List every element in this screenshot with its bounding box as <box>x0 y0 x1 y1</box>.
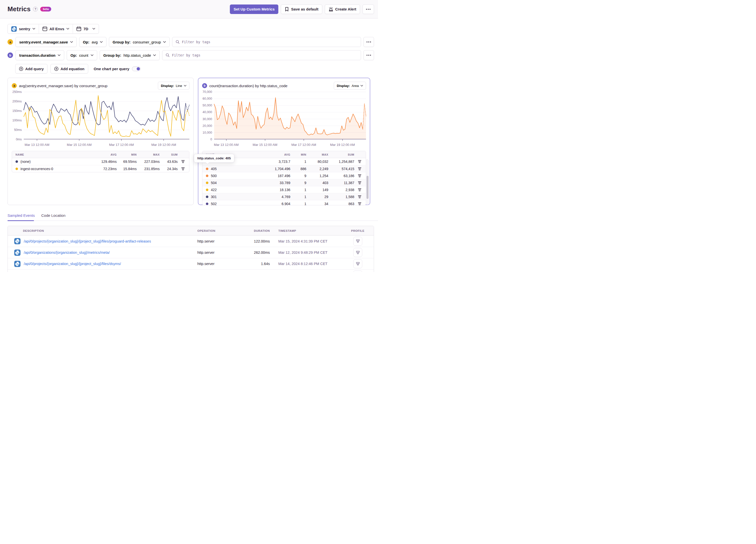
op-label-a: Op: <box>83 40 89 44</box>
chart-panel-a[interactable]: a avg(sentry.event_manager.save) by cons… <box>7 78 194 205</box>
tag-filter-a[interactable] <box>172 37 361 47</box>
profiling-icon <box>356 251 360 255</box>
chevron-down-icon <box>70 41 73 43</box>
series-row[interactable]: 5026.904134863 <box>202 200 366 205</box>
chevron-down-icon <box>184 85 186 87</box>
y-tick-label: 200ms <box>12 100 22 103</box>
series-menu-button[interactable] <box>354 188 365 192</box>
add-query-button[interactable]: Add query <box>15 64 47 73</box>
profile-button[interactable] <box>353 271 362 272</box>
series-menu-button[interactable] <box>354 160 365 163</box>
series-row[interactable]: ingest-occurrences-072.23ms15.84ms231.85… <box>12 165 189 172</box>
series-row[interactable]: 42218.13611492,938 <box>202 186 366 193</box>
chart-panel-b[interactable]: b count(transaction.duration) by http.st… <box>198 78 370 205</box>
row-menu-icon <box>181 160 185 163</box>
environment-selector[interactable]: All Envs <box>39 24 73 33</box>
date-range-selector[interactable]: 7D <box>73 24 99 33</box>
series-menu-button[interactable] <box>354 202 365 206</box>
series-max: 2,249 <box>306 167 328 171</box>
series-row[interactable]: 3014.7691291,588 <box>202 193 366 200</box>
event-timestamp: Mar 12, 2024 9:48:29 PM CET <box>270 251 342 255</box>
y-tick-label: 70,000 <box>203 90 212 94</box>
groupby-select-a[interactable]: Group by: consumer_group <box>109 37 170 47</box>
date-range-label: 7D <box>83 27 88 31</box>
metric-select-a[interactable]: sentry.event_manager.save <box>15 37 77 47</box>
create-alert-button[interactable]: Create Alert <box>325 4 360 14</box>
metric-name-a: sentry.event_manager.save <box>19 40 68 44</box>
event-description-link[interactable]: /api/0/projects/{organization_slug}/{pro… <box>24 239 151 243</box>
op-select-b[interactable]: Op: count <box>67 50 97 60</box>
series-row[interactable]: 4051,704.4968862,249574,415 <box>202 165 366 172</box>
series-row[interactable]: (none)129.46ms69.55ms227.03ms43.63s <box>12 158 189 165</box>
scrollbar-thumb[interactable] <box>367 176 369 199</box>
chevron-down-icon <box>100 41 103 43</box>
beta-badge: beta <box>40 7 51 11</box>
summary-scrollbar[interactable] <box>366 159 369 205</box>
series-summary-a: NAMEAVGMINMAXSUM (none)129.46ms69.55ms22… <box>12 151 189 172</box>
series-menu-button[interactable] <box>354 181 365 185</box>
series-avg: 33.789 <box>264 181 290 185</box>
event-operation: http.server <box>197 262 240 266</box>
event-description-link[interactable]: /api/0/organizations/{organization_slug}… <box>24 251 110 255</box>
series-sum: 2,938 <box>328 188 354 192</box>
series-color-dot <box>206 182 208 184</box>
row-menu-icon <box>358 188 362 192</box>
one-chart-per-query-toggle[interactable] <box>132 66 141 71</box>
x-tick-mark <box>163 139 164 141</box>
profile-button[interactable] <box>353 237 362 246</box>
series-menu-button[interactable] <box>354 195 365 199</box>
series-max: 1,254 <box>306 174 328 178</box>
query-more-button-b[interactable] <box>364 50 374 60</box>
chart-plot-b[interactable] <box>214 92 366 139</box>
chevron-down-icon <box>58 54 60 56</box>
save-as-default-button[interactable]: Save as default <box>281 4 322 14</box>
help-icon[interactable]: ? <box>33 7 38 11</box>
x-axis-b: Mar 13 12:00 AMMar 15 12:00 AMMar 17 12:… <box>214 139 366 149</box>
series-max: 403 <box>306 181 328 185</box>
series-row[interactable]: 500187.49691,25463,186 <box>202 172 366 179</box>
area-chart-b[interactable]: 010,00020,00030,00040,00050,00060,00070,… <box>202 92 366 139</box>
add-equation-label: Add equation <box>60 67 84 71</box>
tag-filter-input-a[interactable] <box>182 40 358 44</box>
series-menu-button[interactable] <box>354 167 365 171</box>
series-menu-button[interactable] <box>178 167 188 171</box>
series-menu-button[interactable] <box>178 160 188 163</box>
project-selector[interactable]: sentry <box>8 24 39 33</box>
x-tick-label: Mar 13 12:00 AM <box>25 143 49 147</box>
series-row[interactable]: 50433.789940311,387 <box>202 179 366 186</box>
op-select-a[interactable]: Op: avg <box>79 37 106 47</box>
add-equation-button[interactable]: Add equation <box>50 64 88 73</box>
display-select-a[interactable]: Display: Line <box>158 82 189 90</box>
ellipsis-icon <box>367 55 371 56</box>
chart-plot-a[interactable] <box>24 92 189 139</box>
series-menu-button[interactable] <box>354 174 365 178</box>
chevron-down-icon <box>92 28 95 30</box>
query-more-button-a[interactable] <box>364 37 374 47</box>
query-badge-a: a <box>7 39 13 45</box>
panel-badge-b: b <box>202 83 207 88</box>
setup-custom-metrics-button[interactable]: Set Up Custom Metrics <box>230 4 278 14</box>
bookmark-icon <box>285 7 289 11</box>
x-tick-mark <box>121 139 122 141</box>
profile-button[interactable] <box>353 248 362 257</box>
x-tick-label: Mar 13 12:00 AM <box>214 143 239 147</box>
line-chart-a[interactable]: 0ms50ms100ms150ms200ms250ms <box>12 92 189 139</box>
header-more-button[interactable] <box>363 4 374 14</box>
profile-button[interactable] <box>353 259 362 268</box>
tab-sampled-events[interactable]: Sampled Events <box>7 213 35 221</box>
x-tick-mark <box>226 139 227 141</box>
row-menu-icon <box>358 195 362 199</box>
tag-filter-b[interactable] <box>162 50 361 60</box>
tag-filter-input-b[interactable] <box>172 53 358 57</box>
panel-badge-a: a <box>12 83 17 88</box>
display-select-b[interactable]: Display: Area <box>334 82 366 90</box>
summary-col-header-min: MIN <box>290 153 306 156</box>
metric-select-b[interactable]: transaction.duration <box>15 50 64 60</box>
row-menu-icon <box>358 160 362 163</box>
event-description-link[interactable]: /api/0/projects/{organization_slug}/{pro… <box>24 262 121 266</box>
tab-code-location[interactable]: Code Location <box>41 213 65 221</box>
ellipsis-icon <box>366 9 371 10</box>
series-name: 301 <box>211 195 217 199</box>
series-min: 1 <box>290 188 306 192</box>
groupby-select-b[interactable]: Group by: http.status_code <box>100 50 160 60</box>
